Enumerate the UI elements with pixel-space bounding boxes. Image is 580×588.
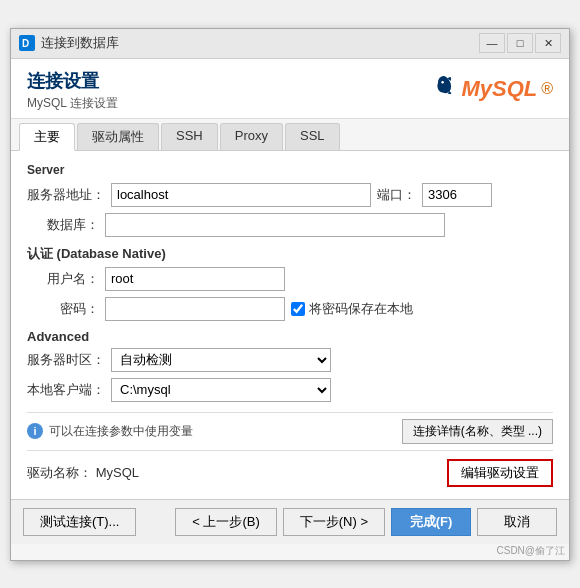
db-label: 数据库：	[27, 216, 99, 234]
info-text: 可以在连接参数中使用变量	[49, 423, 193, 440]
tab-main[interactable]: 主要	[19, 123, 75, 151]
cancel-button[interactable]: 取消	[477, 508, 557, 536]
timezone-label: 服务器时区：	[27, 351, 105, 369]
svg-text:D: D	[22, 38, 29, 49]
header-text: 连接设置 MySQL 连接设置	[27, 69, 118, 112]
advanced-section-label: Advanced	[27, 329, 553, 344]
edit-driver-button[interactable]: 编辑驱动设置	[447, 459, 553, 487]
window-icon: D	[19, 35, 35, 51]
server-section-label: Server	[27, 163, 553, 177]
save-password-label: 将密码保存在本地	[309, 300, 413, 318]
username-input[interactable]	[105, 267, 285, 291]
driver-label: 驱动名称：	[27, 465, 92, 480]
password-label: 密码：	[27, 300, 99, 318]
next-button[interactable]: 下一步(N) >	[283, 508, 385, 536]
finish-button[interactable]: 完成(F)	[391, 508, 471, 536]
tab-proxy[interactable]: Proxy	[220, 123, 283, 150]
timezone-select[interactable]: 自动检测 UTC Asia/Shanghai	[111, 348, 331, 372]
port-label: 端口：	[377, 186, 416, 204]
driver-name-group: 驱动名称： MySQL	[27, 464, 139, 482]
svg-point-4	[442, 80, 445, 83]
window-controls: — □ ✕	[479, 33, 561, 53]
main-window: D 连接到数据库 — □ ✕ 连接设置 MySQL 连接设置 MyS	[10, 28, 570, 561]
footer-left: 测试连接(T)...	[23, 508, 136, 536]
tab-ssl[interactable]: SSL	[285, 123, 340, 150]
info-row: i 可以在连接参数中使用变量 连接详情(名称、类型 ...)	[27, 412, 553, 451]
tab-driver-properties[interactable]: 驱动属性	[77, 123, 159, 150]
port-input[interactable]	[422, 183, 492, 207]
dialog-footer: 测试连接(T)... < 上一步(B) 下一步(N) > 完成(F) 取消	[11, 499, 569, 544]
tab-ssh[interactable]: SSH	[161, 123, 218, 150]
mysql-logo: MySQL ®	[407, 69, 553, 109]
window-title: 连接到数据库	[41, 34, 119, 52]
save-password-row: 将密码保存在本地	[291, 300, 413, 318]
client-group: 本地客户端： C:\mysql C:\Program Files\MySQL	[27, 378, 553, 402]
mysql-logo-text: MySQL	[461, 76, 537, 102]
auth-section-label: 认证 (Database Native)	[27, 245, 553, 263]
driver-row: 驱动名称： MySQL 编辑驱动设置	[27, 459, 553, 487]
client-select[interactable]: C:\mysql C:\Program Files\MySQL	[111, 378, 331, 402]
dialog-header: 连接设置 MySQL 连接设置 MySQL ®	[11, 59, 569, 119]
database-input[interactable]	[105, 213, 445, 237]
driver-value: MySQL	[96, 465, 139, 480]
server-label: 服务器地址：	[27, 186, 105, 204]
tab-content: Server 服务器地址： 端口： 数据库： 认证 (Database Nati…	[11, 151, 569, 499]
connection-detail-button[interactable]: 连接详情(名称、类型 ...)	[402, 419, 553, 444]
save-password-checkbox[interactable]	[291, 302, 305, 316]
client-label: 本地客户端：	[27, 381, 105, 399]
prev-button[interactable]: < 上一步(B)	[175, 508, 277, 536]
watermark: CSDN@偷了江	[11, 544, 569, 560]
user-group: 用户名：	[27, 267, 553, 291]
close-button[interactable]: ✕	[535, 33, 561, 53]
server-address-group: 服务器地址： 端口：	[27, 183, 553, 207]
password-input[interactable]	[105, 297, 285, 321]
dialog-title: 连接设置	[27, 69, 118, 93]
timezone-group: 服务器时区： 自动检测 UTC Asia/Shanghai	[27, 348, 553, 372]
mysql-registered: ®	[541, 80, 553, 98]
user-label: 用户名：	[27, 270, 99, 288]
footer-right: < 上一步(B) 下一步(N) > 完成(F) 取消	[175, 508, 557, 536]
minimize-button[interactable]: —	[479, 33, 505, 53]
title-bar-left: D 连接到数据库	[19, 34, 119, 52]
info-icon: i	[27, 423, 43, 439]
test-connection-button[interactable]: 测试连接(T)...	[23, 508, 136, 536]
server-input[interactable]	[111, 183, 371, 207]
tabs-bar: 主要 驱动属性 SSH Proxy SSL	[11, 119, 569, 151]
title-bar: D 连接到数据库 — □ ✕	[11, 29, 569, 59]
password-group: 密码： 将密码保存在本地	[27, 297, 553, 321]
db-group: 数据库：	[27, 213, 553, 237]
info-left: i 可以在连接参数中使用变量	[27, 423, 193, 440]
maximize-button[interactable]: □	[507, 33, 533, 53]
dialog-subtitle: MySQL 连接设置	[27, 95, 118, 112]
